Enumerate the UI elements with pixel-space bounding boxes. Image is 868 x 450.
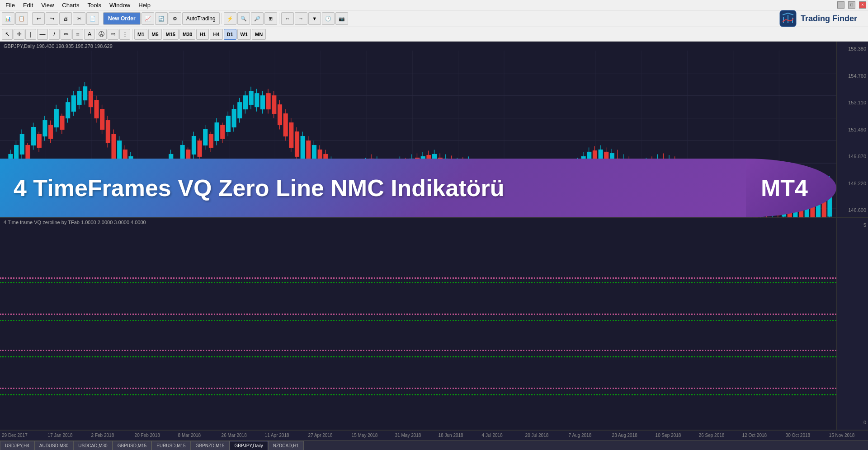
autoscroll-button[interactable]: → xyxy=(295,12,307,25)
tab-eurusd-m15[interactable]: EURUSD,M15 xyxy=(151,441,190,450)
label-tool[interactable]: Ⓐ xyxy=(96,29,107,40)
tf-logo-icon xyxy=(779,9,797,28)
indicator-panel[interactable]: 4 Time frame VQ zeroline by TFab 1.0000 … xyxy=(0,218,868,430)
screenshot-button[interactable]: 📷 xyxy=(335,12,348,25)
minimize-button[interactable]: _ xyxy=(837,1,844,9)
indicators-icon: ⚙ xyxy=(173,16,177,22)
tab-audusd-m30[interactable]: AUDUSD,M30 xyxy=(34,441,73,450)
toolbar-separator-4 xyxy=(279,13,279,24)
time-label-16: 26 Sep 2018 xyxy=(699,433,725,438)
indicators-button[interactable]: ⚙ xyxy=(169,12,181,25)
menu-tools[interactable]: Tools xyxy=(84,1,105,9)
menu-help[interactable]: Help xyxy=(135,1,154,9)
parallel-tool[interactable]: ≡ xyxy=(72,29,83,40)
profile-button[interactable]: 📋 xyxy=(15,12,28,25)
chart-shift-button[interactable]: ↔ xyxy=(281,12,294,25)
tf-mn[interactable]: MN xyxy=(252,29,266,40)
trading-finder-logo: Trading Finder xyxy=(779,9,866,28)
menu-file[interactable]: File xyxy=(2,1,19,9)
strategy-tester-button[interactable]: ⚡ xyxy=(224,12,236,25)
price-level-1: 156.380 xyxy=(839,46,866,52)
undo-icon: ↩ xyxy=(37,16,41,22)
indicator-scale: 5 0 xyxy=(836,218,868,430)
time-label-5: 26 Mar 2018 xyxy=(222,433,247,438)
fit-chart-icon: ⊞ xyxy=(269,16,273,22)
promotional-banner: 4 TimeFrames VQ Zero Line NMC Indikatörü… xyxy=(0,159,836,217)
price-chart[interactable]: GBPJPY,Daily 198.430 198.935 198.278 198… xyxy=(0,42,868,218)
indicator-line-1b xyxy=(0,281,836,284)
time-label-15: 10 Sep 2018 xyxy=(656,433,681,438)
tf-h4[interactable]: H4 xyxy=(210,29,222,40)
main-toolbar: 📊 📋 ↩ ↪ 🖨 ✂ 📄 New Order 📈 🔄 ⚙ AutoTradin… xyxy=(0,10,868,27)
crosshair-tool[interactable]: ✛ xyxy=(14,29,24,40)
screenshot-icon: 📷 xyxy=(339,16,345,22)
menu-window[interactable]: Window xyxy=(106,1,134,9)
price-scale: 156.380 154.760 153.110 151.490 149.870 … xyxy=(836,42,868,217)
undo-button[interactable]: ↩ xyxy=(32,12,45,25)
indicator-line-4b xyxy=(0,394,836,396)
indicator-scale-top: 5 xyxy=(839,222,866,228)
copy-button[interactable]: 📄 xyxy=(86,12,99,25)
svg-rect-121 xyxy=(278,105,282,125)
arrow-tool[interactable]: ↖ xyxy=(2,29,13,40)
clock-icon: 🕐 xyxy=(325,16,331,22)
tab-usdjpy-h4[interactable]: USDJPY,H4 xyxy=(0,441,34,450)
banner-badge-text: MT4 xyxy=(761,174,808,202)
indicator-line-2b xyxy=(0,319,836,322)
vline-tool[interactable]: | xyxy=(25,29,36,40)
tf-m30[interactable]: M30 xyxy=(179,29,195,40)
toolbar-separator-1 xyxy=(30,13,30,24)
new-order-button[interactable]: New Order xyxy=(103,12,141,25)
market-watch-button[interactable]: 📈 xyxy=(142,12,154,25)
menu-view[interactable]: View xyxy=(38,1,57,9)
zoom-out-button[interactable]: 🔎 xyxy=(251,12,264,25)
time-label-14: 23 Aug 2018 xyxy=(612,433,637,438)
maximize-button[interactable]: □ xyxy=(848,1,855,9)
cut-button[interactable]: ✂ xyxy=(73,12,85,25)
tf-logo-text: Trading Finder xyxy=(801,14,857,23)
tf-separator-1 xyxy=(132,29,132,40)
tf-d1[interactable]: D1 xyxy=(224,29,236,40)
banner-badge: MT4 xyxy=(746,159,836,217)
indicator-line-4 xyxy=(0,387,836,389)
market-watch-icon: 📈 xyxy=(145,16,151,22)
banner-title: 4 TimeFrames VQ Zero Line NMC Indikatörü xyxy=(14,174,505,202)
menu-edit[interactable]: Edit xyxy=(19,1,37,9)
tab-gbpnzd-m15[interactable]: GBPNZD,M15 xyxy=(191,441,230,450)
auto-trading-button[interactable]: AutoTrading xyxy=(182,12,220,25)
indicator-info: 4 Time frame VQ zeroline by TFab 1.0000 … xyxy=(4,220,146,225)
line-tool[interactable]: / xyxy=(49,29,60,40)
cut-icon: ✂ xyxy=(77,16,81,22)
tf-m15[interactable]: M15 xyxy=(163,29,179,40)
menu-charts[interactable]: Charts xyxy=(58,1,83,9)
time-label-8: 15 May 2018 xyxy=(352,433,378,438)
tf-m5[interactable]: M5 xyxy=(148,29,161,40)
fit-chart-button[interactable]: ⊞ xyxy=(264,12,277,25)
print-button[interactable]: 🖨 xyxy=(59,12,72,25)
more-tools[interactable]: ⋮ xyxy=(119,29,130,40)
redo-button[interactable]: ↪ xyxy=(46,12,58,25)
tab-gbpusd-m15[interactable]: GBPUSD,M15 xyxy=(113,441,151,450)
toolbar-separator-2 xyxy=(101,13,101,24)
toolbar-separator-3 xyxy=(222,13,222,24)
template-button[interactable]: ▼ xyxy=(308,12,321,25)
tf-m1[interactable]: M1 xyxy=(134,29,147,40)
tf-h1[interactable]: H1 xyxy=(196,29,209,40)
new-chart-button[interactable]: 📊 xyxy=(2,12,14,25)
hline-tool[interactable]: — xyxy=(37,29,48,40)
price-level-5: 149.870 xyxy=(839,154,866,159)
tab-usdcad-m30[interactable]: USDCAD,M30 xyxy=(73,441,112,450)
tab-nzdcad-h1[interactable]: NZDCAD,H1 xyxy=(268,441,304,450)
refresh-button[interactable]: 🔄 xyxy=(155,12,168,25)
chart-tabs: USDJPY,H4 AUDUSD,M30 USDCAD,M30 GBPUSD,M… xyxy=(0,440,868,450)
tf-w1[interactable]: W1 xyxy=(237,29,251,40)
time-label-13: 7 Aug 2018 xyxy=(569,433,592,438)
price-level-6: 148.220 xyxy=(839,181,866,186)
tab-gbpjpy-daily[interactable]: GBPJPY,Daily xyxy=(230,441,268,450)
zoom-in-button[interactable]: 🔍 xyxy=(237,12,250,25)
arrow-draw-tool[interactable]: ⇨ xyxy=(108,29,118,40)
close-button[interactable]: × xyxy=(859,1,866,9)
pen-tool[interactable]: ✏ xyxy=(61,29,71,40)
clock-button[interactable]: 🕐 xyxy=(322,12,335,25)
text-tool[interactable]: A xyxy=(84,29,95,40)
